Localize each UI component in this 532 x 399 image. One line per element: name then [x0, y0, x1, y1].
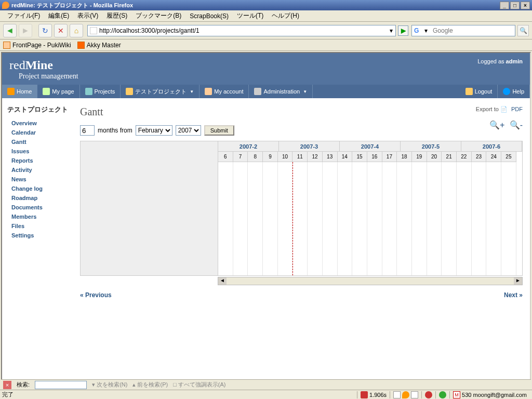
nav-help[interactable]: Help [498, 85, 530, 98]
findbar-input[interactable] [35, 381, 87, 389]
search-go-button[interactable]: 🔍 [517, 25, 529, 36]
gmail-count: 530 moongift@gmail.com [462, 392, 527, 398]
nav-label: My account [214, 88, 243, 95]
url-bar[interactable]: ▾ [87, 25, 396, 36]
minimize-button[interactable]: _ [500, 2, 509, 9]
bookmark-label: Akky Master [87, 42, 121, 49]
gantt-column [218, 162, 233, 275]
zoom-in-icon[interactable]: 🔍+ [489, 121, 504, 129]
menu-help[interactable]: ヘルプ(H) [268, 10, 303, 21]
gantt-column [486, 162, 501, 275]
sidebar-item-overview[interactable]: Overview [7, 118, 73, 128]
sidebar-item-roadmap[interactable]: Roadmap [7, 193, 73, 203]
menu-tools[interactable]: ツール(T) [233, 10, 268, 21]
menu-history[interactable]: 履歴(S) [102, 10, 131, 21]
bookmark-frontpage[interactable]: FrontPage - PukiWiki [3, 42, 71, 49]
status-noscript[interactable] [421, 391, 435, 398]
bookmark-akky[interactable]: Akky Master [77, 42, 121, 49]
url-input[interactable] [99, 27, 387, 34]
find-highlight-button[interactable]: □ すべて強調表示(A) [173, 381, 225, 389]
gantt-left-pane [81, 141, 218, 275]
project-sidebar: テストプロジェクト OverviewCalendarGanttIssuesRep… [2, 99, 73, 379]
search-engine-dropdown[interactable]: ▾ [424, 27, 433, 34]
scroll-left-button[interactable]: ◄ [218, 277, 227, 285]
export-pdf-link[interactable]: PDF [511, 106, 523, 112]
nav-myaccount[interactable]: My account [200, 85, 249, 98]
week-header: 7 [233, 152, 248, 162]
go-button[interactable]: ▶ [398, 25, 408, 36]
maximize-button[interactable]: □ [510, 2, 520, 9]
zoom-out-icon[interactable]: 🔍- [510, 121, 523, 129]
gantt-column [427, 162, 442, 275]
status-icon[interactable] [411, 391, 418, 398]
sidebar-item-calendar[interactable]: Calendar [7, 128, 73, 137]
findbar-close-button[interactable]: × [3, 381, 11, 389]
nav-home[interactable]: Home [2, 85, 37, 98]
gantt-right-pane: 2007-22007-32007-42007-52007-6 678910111… [218, 141, 522, 275]
window-title: redMine: テストプロジェクト - Mozilla Firefox [11, 2, 133, 9]
sidebar-item-files[interactable]: Files [7, 221, 73, 231]
logged-as: Logged as admin [477, 58, 523, 64]
menu-bookmarks[interactable]: ブックマーク(B) [131, 10, 185, 21]
status-greasemonkey[interactable] [435, 391, 449, 398]
next-link[interactable]: Next » [504, 291, 523, 299]
scroll-thumb[interactable] [227, 277, 514, 285]
stop-button[interactable]: ✕ [54, 24, 68, 37]
sidebar-item-reports[interactable]: Reports [7, 156, 73, 165]
zoom-controls: 🔍+ 🔍- [486, 120, 523, 130]
status-gmail[interactable]: M530 moongift@gmail.com [449, 391, 530, 398]
sidebar-item-settings[interactable]: Settings [7, 231, 73, 240]
sidebar-item-gantt[interactable]: Gantt [7, 137, 73, 147]
menu-file[interactable]: ファイル(F) [3, 10, 44, 21]
menu-view[interactable]: 表示(V) [73, 10, 102, 21]
find-prev-button[interactable]: ▴ 前を検索(P) [132, 381, 168, 389]
menu-edit[interactable]: 編集(E) [44, 10, 73, 21]
find-bar: × 検索: ▾ 次を検索(N) ▴ 前を検索(P) □ すべて強調表示(A) [1, 379, 531, 390]
sidebar-item-members[interactable]: Members [7, 212, 73, 221]
find-prev-label: 前を検索(P) [137, 381, 168, 388]
sidebar-item-issues[interactable]: Issues [7, 147, 73, 156]
nav-logout[interactable]: Logout [460, 85, 498, 98]
nav-testproject[interactable]: テストプロジェクト▼ [121, 85, 200, 98]
status-bar: 完了 1.906s M530 moongift@gmail.com [0, 390, 532, 399]
redmine-nav: Home My page Projects テストプロジェクト▼ My acco… [2, 85, 530, 98]
url-dropdown[interactable]: ▾ [387, 27, 395, 34]
home-button[interactable]: ⌂ [70, 24, 83, 37]
logout-icon [466, 88, 473, 95]
google-icon: G [414, 26, 422, 35]
sidebar-item-change-log[interactable]: Change log [7, 184, 73, 193]
sidebar-item-news[interactable]: News [7, 175, 73, 184]
timer-value: 1.906s [369, 392, 387, 398]
sidebar-title: テストプロジェクト [7, 105, 73, 114]
bookmark-label: FrontPage - PukiWiki [12, 42, 71, 49]
forward-button[interactable]: ► [19, 24, 32, 37]
menu-scrapbook[interactable]: ScrapBook(S) [185, 11, 233, 21]
gantt-hscroll[interactable]: ◄ ► [80, 277, 523, 285]
sidebar-item-activity[interactable]: Activity [7, 165, 73, 175]
search-input[interactable] [433, 27, 515, 34]
find-next-button[interactable]: ▾ 次を検索(N) [92, 381, 127, 389]
logged-user: admin [506, 58, 523, 64]
prev-link[interactable]: « Previous [80, 291, 112, 299]
nav-projects[interactable]: Projects [80, 85, 121, 98]
months-input[interactable] [80, 125, 95, 136]
back-button[interactable]: ◄ [3, 24, 17, 37]
nav-mypage[interactable]: My page [37, 85, 79, 98]
mypage-icon [43, 88, 50, 95]
reload-button[interactable]: ↻ [38, 24, 52, 37]
submit-button[interactable]: Submit [204, 125, 234, 136]
year-select[interactable]: 2007 [176, 125, 201, 136]
sidebar-item-documents[interactable]: Documents [7, 203, 73, 212]
page-favicon [90, 27, 97, 34]
nav-administration[interactable]: Administration▼ [249, 85, 313, 98]
week-header: 16 [367, 152, 382, 162]
scroll-right-button[interactable]: ► [514, 277, 522, 285]
gantt-column [501, 162, 516, 275]
status-icon[interactable] [393, 391, 401, 398]
search-bar[interactable]: G ▾ [411, 25, 515, 36]
forward-icon: ► [21, 26, 30, 35]
month-select[interactable]: February [136, 125, 172, 136]
close-button[interactable]: × [521, 2, 530, 9]
week-header: 25 [501, 152, 516, 162]
firefox-status-icon[interactable] [402, 391, 409, 398]
